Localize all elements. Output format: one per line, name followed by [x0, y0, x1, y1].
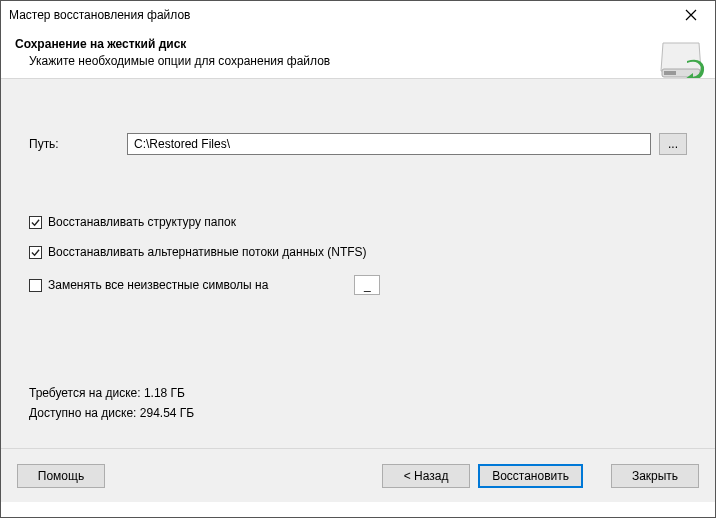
options-group: Восстанавливать структуру папок Восстана…: [29, 215, 687, 295]
path-input[interactable]: [127, 133, 651, 155]
path-label: Путь:: [29, 137, 119, 151]
close-icon: [685, 9, 697, 21]
restore-structure-row: Восстанавливать структуру папок: [29, 215, 687, 229]
header-subtitle: Укажите необходимые опции для сохранения…: [15, 54, 701, 68]
footer: Помощь < Назад Восстановить Закрыть: [1, 448, 715, 502]
close-button[interactable]: [671, 2, 711, 28]
replace-unknown-checkbox[interactable]: [29, 279, 42, 292]
header-title: Сохранение на жесткий диск: [15, 37, 701, 51]
disk-required: Требуется на диске: 1.18 ГБ: [29, 386, 194, 400]
replace-char-input[interactable]: [354, 275, 380, 295]
disk-info: Требуется на диске: 1.18 ГБ Доступно на …: [29, 386, 194, 426]
content-area: Путь: ... Восстанавливать структуру папо…: [1, 78, 715, 448]
restore-ads-label: Восстанавливать альтернативные потоки да…: [48, 245, 367, 259]
wizard-header: Сохранение на жесткий диск Укажите необх…: [1, 29, 715, 78]
titlebar: Мастер восстановления файлов: [1, 1, 715, 29]
restore-button[interactable]: Восстановить: [478, 464, 583, 488]
disk-available: Доступно на диске: 294.54 ГБ: [29, 406, 194, 420]
restore-ads-checkbox[interactable]: [29, 246, 42, 259]
help-button[interactable]: Помощь: [17, 464, 105, 488]
restore-structure-checkbox[interactable]: [29, 216, 42, 229]
restore-ads-row: Восстанавливать альтернативные потоки да…: [29, 245, 687, 259]
restore-structure-label: Восстанавливать структуру папок: [48, 215, 236, 229]
replace-unknown-label: Заменять все неизвестные символы на: [48, 278, 268, 292]
replace-unknown-row: Заменять все неизвестные символы на: [29, 275, 687, 295]
window-title: Мастер восстановления файлов: [9, 8, 190, 22]
path-row: Путь: ...: [29, 133, 687, 155]
svg-rect-1: [664, 71, 676, 75]
hdd-save-icon: [657, 35, 705, 83]
back-button[interactable]: < Назад: [382, 464, 470, 488]
browse-button[interactable]: ...: [659, 133, 687, 155]
close-footer-button[interactable]: Закрыть: [611, 464, 699, 488]
